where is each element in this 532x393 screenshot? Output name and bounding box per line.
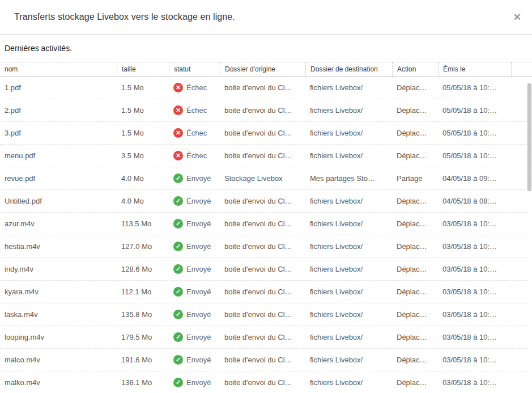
- status-icon: ✕: [173, 128, 183, 138]
- table-row: azur.m4v 113.5 Mo ✓ Envoyé boite d'envoi…: [0, 213, 527, 235]
- column-header-nom[interactable]: nom: [0, 62, 117, 76]
- cell-statut: ✓ Envoyé: [169, 310, 220, 319]
- cell-origine: Stockage Livebox: [220, 174, 305, 183]
- status-icon: ✓: [173, 332, 183, 342]
- cell-statut: ✓ Envoyé: [169, 219, 220, 229]
- cell-emis: 05/05/18 à 10:…: [438, 106, 511, 115]
- cell-taille: 128.6 Mo: [117, 265, 169, 273]
- cell-destination: fichiers Livebox/: [305, 129, 392, 137]
- cell-taille: 4.0 Mo: [117, 174, 169, 183]
- subtitle-bar: Dernières activités.: [0, 35, 532, 62]
- status-label: Envoyé: [186, 265, 211, 273]
- cell-taille: 127.0 Mo: [117, 242, 169, 251]
- status-icon: ✓: [173, 196, 183, 206]
- column-header-statut[interactable]: statut: [169, 62, 220, 76]
- cell-emis: 03/05/18 à 10:…: [438, 333, 511, 341]
- cell-taille: 112.1 Mo: [117, 288, 169, 296]
- status-icon: ✕: [173, 83, 183, 92]
- column-header-filler: [511, 62, 532, 76]
- table-row: Untitled.pdf 4.0 Mo ✓ Envoyé boite d'env…: [0, 190, 527, 213]
- status-label: Envoyé: [186, 219, 211, 228]
- cell-nom: looping.m4v: [0, 333, 117, 341]
- cell-destination: Mes partages Sto…: [305, 174, 392, 183]
- cell-emis: 03/05/18 à 10:…: [438, 288, 511, 296]
- cell-action: Déplac…: [392, 378, 438, 387]
- cell-origine: boite d'envoi du Cl…: [220, 333, 305, 341]
- cell-nom: revue.pdf: [0, 174, 117, 183]
- column-header-taille[interactable]: taille: [117, 62, 169, 76]
- cell-statut: ✓ Envoyé: [169, 264, 220, 274]
- status-icon: ✓: [173, 378, 183, 387]
- cell-statut: ✕ Échec: [169, 151, 220, 160]
- page-title: Transferts stockage Livebox vers le stoc…: [14, 12, 235, 22]
- scrollbar-thumb[interactable]: [527, 83, 531, 191]
- cell-destination: fichiers Livebox/: [305, 151, 392, 160]
- status-icon: ✓: [173, 287, 183, 297]
- cell-statut: ✕ Échec: [169, 83, 220, 92]
- cell-nom: 1.pdf: [0, 83, 117, 92]
- status-label: Échec: [186, 151, 207, 160]
- cell-nom: 2.pdf: [0, 106, 117, 115]
- status-icon: ✓: [173, 219, 183, 229]
- column-header-origine[interactable]: Dossier d'origine: [220, 62, 305, 76]
- status-icon: ✓: [173, 310, 183, 319]
- table-row: 2.pdf 1.5 Mo ✕ Échec boite d'envoi du Cl…: [0, 99, 527, 122]
- cell-origine: boite d'envoi du Cl…: [220, 219, 305, 228]
- cell-taille: 136.1 Mo: [117, 378, 169, 387]
- status-label: Envoyé: [186, 356, 211, 364]
- status-icon: ✓: [173, 174, 183, 183]
- column-header-emis[interactable]: Émis le: [438, 62, 511, 76]
- cell-nom: laska.m4v: [0, 310, 117, 319]
- cell-action: Déplac…: [392, 333, 438, 341]
- close-icon[interactable]: ✕: [513, 12, 521, 22]
- table-header: nom taille statut Dossier d'origine Doss…: [0, 62, 532, 77]
- cell-taille: 191.6 Mo: [117, 356, 169, 364]
- cell-emis: 03/05/18 à 10:…: [438, 356, 511, 364]
- cell-emis: 03/05/18 à 10:…: [438, 219, 511, 228]
- table-row: laska.m4v 135.8 Mo ✓ Envoyé boite d'envo…: [0, 303, 527, 326]
- cell-origine: boite d'envoi du Cl…: [220, 242, 305, 251]
- cell-origine: boite d'envoi du Cl…: [220, 356, 305, 364]
- cell-nom: malko.m4v: [0, 378, 117, 387]
- cell-origine: boite d'envoi du Cl…: [220, 106, 305, 115]
- cell-origine: boite d'envoi du Cl…: [220, 129, 305, 137]
- cell-destination: fichiers Livebox/: [305, 265, 392, 273]
- cell-statut: ✕ Échec: [169, 105, 220, 115]
- cell-taille: 113.5 Mo: [117, 219, 169, 228]
- cell-origine: boite d'envoi du Cl…: [220, 151, 305, 160]
- cell-emis: 03/05/18 à 10:…: [438, 310, 511, 319]
- status-icon: ✓: [173, 264, 183, 274]
- table-row: kyara.m4v 112.1 Mo ✓ Envoyé boite d'envo…: [0, 281, 527, 303]
- status-label: Envoyé: [186, 174, 211, 183]
- cell-emis: 03/05/18 à 10:…: [438, 378, 511, 387]
- cell-taille: 4.0 Mo: [117, 197, 169, 205]
- cell-action: Déplac…: [392, 242, 438, 251]
- cell-nom: menu.pdf: [0, 151, 117, 160]
- table-row: 3.pdf 1.5 Mo ✕ Échec boite d'envoi du Cl…: [0, 122, 527, 145]
- cell-destination: fichiers Livebox/: [305, 310, 392, 319]
- column-header-action[interactable]: Action: [392, 62, 438, 76]
- cell-destination: fichiers Livebox/: [305, 106, 392, 115]
- cell-nom: Untitled.pdf: [0, 197, 117, 205]
- cell-nom: malco.m4v: [0, 356, 117, 364]
- cell-origine: boite d'envoi du Cl…: [220, 265, 305, 273]
- status-label: Échec: [186, 106, 207, 115]
- cell-emis: 05/05/18 à 10:…: [438, 151, 511, 160]
- table-row: 1.pdf 1.5 Mo ✕ Échec boite d'envoi du Cl…: [0, 77, 527, 99]
- cell-action: Déplac…: [392, 356, 438, 364]
- column-header-destination[interactable]: Dossier de destination: [305, 62, 392, 76]
- cell-action: Déplac…: [392, 129, 438, 137]
- table-row: hestia.m4v 127.0 Mo ✓ Envoyé boite d'env…: [0, 235, 527, 258]
- cell-nom: indy.m4v: [0, 265, 117, 273]
- cell-nom: 3.pdf: [0, 129, 117, 137]
- cell-taille: 1.5 Mo: [117, 106, 169, 115]
- cell-destination: fichiers Livebox/: [305, 83, 392, 92]
- status-label: Envoyé: [186, 310, 211, 319]
- table-row: malko.m4v 136.1 Mo ✓ Envoyé boite d'envo…: [0, 371, 527, 393]
- cell-taille: 1.5 Mo: [117, 129, 169, 137]
- cell-destination: fichiers Livebox/: [305, 288, 392, 296]
- cell-origine: boite d'envoi du Cl…: [220, 197, 305, 205]
- cell-destination: fichiers Livebox/: [305, 197, 392, 205]
- cell-emis: 03/05/18 à 10:…: [438, 242, 511, 251]
- table-body: 1.pdf 1.5 Mo ✕ Échec boite d'envoi du Cl…: [0, 77, 532, 393]
